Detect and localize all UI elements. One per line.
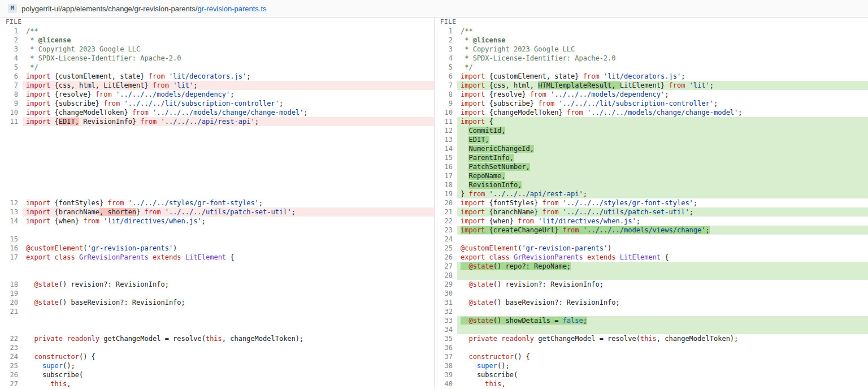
line-number[interactable]: 5 — [0, 63, 23, 72]
line-number[interactable]: 9 — [0, 99, 23, 108]
code-line[interactable]: @state() showDetails = false; — [457, 316, 868, 325]
code-line[interactable] — [457, 307, 868, 316]
code-line[interactable]: ParentInfo, — [457, 153, 868, 162]
code-line[interactable]: @state() baseRevision?: RevisionInfo; — [23, 298, 434, 307]
line-number[interactable]: 16 — [435, 162, 457, 171]
code-line[interactable]: * @license — [23, 36, 434, 45]
code-line[interactable]: subscribe( — [23, 370, 434, 379]
code-line[interactable]: import {subscribe} from '../../../lit/su… — [23, 99, 434, 108]
code-line[interactable]: RevisionInfo, — [457, 180, 868, 189]
code-line[interactable]: RepoName, — [457, 171, 868, 180]
line-number[interactable]: 27 — [435, 262, 457, 271]
code-line[interactable]: * Copyright 2023 Google LLC — [457, 45, 868, 54]
code-line[interactable]: import {branchName, shorten} from '../..… — [23, 208, 434, 217]
file-level-label[interactable]: FILE — [0, 18, 34, 27]
code-line[interactable]: /** — [23, 27, 434, 36]
code-line[interactable] — [34, 18, 434, 27]
line-number[interactable]: 1 — [435, 27, 457, 36]
line-number[interactable]: 32 — [435, 307, 457, 316]
code-line[interactable]: super(); — [23, 361, 434, 370]
line-number[interactable]: 4 — [435, 54, 457, 63]
line-number[interactable]: 23 — [435, 226, 457, 235]
file-level-label[interactable]: FILE — [435, 18, 468, 27]
code-line[interactable] — [457, 289, 868, 298]
code-line[interactable]: @customElement('gr-revision-parents') — [23, 244, 434, 253]
line-number[interactable]: 14 — [435, 144, 457, 153]
code-line[interactable] — [457, 343, 868, 352]
code-line[interactable]: import {branchName} from '../../../utils… — [457, 208, 868, 217]
line-number[interactable]: 40 — [435, 379, 457, 388]
line-number[interactable]: 11 — [0, 117, 23, 126]
line-number[interactable]: 33 — [435, 316, 457, 325]
code-line[interactable]: import {changeModelToken} from '../../..… — [457, 108, 868, 117]
line-number[interactable]: 6 — [435, 72, 457, 81]
line-number[interactable]: 39 — [435, 370, 457, 379]
line-number[interactable]: 31 — [435, 298, 457, 307]
code-line[interactable] — [23, 235, 434, 244]
code-line[interactable]: import {fontStyles} from '../../../style… — [23, 198, 434, 208]
line-number[interactable]: 3 — [0, 45, 23, 54]
code-line[interactable]: import {EDIT, RevisionInfo} from '../../… — [23, 117, 434, 126]
code-line[interactable]: CommitId, — [457, 126, 868, 135]
file-name-link[interactable]: gr-revision-parents.ts — [197, 5, 266, 13]
line-number[interactable]: 30 — [435, 289, 457, 298]
line-number[interactable]: 6 — [0, 72, 23, 81]
line-number[interactable]: 20 — [0, 298, 23, 307]
line-number[interactable]: 1 — [0, 27, 23, 36]
line-number[interactable]: 8 — [0, 90, 23, 99]
line-number[interactable]: 3 — [435, 45, 457, 54]
line-number[interactable]: 21 — [435, 208, 457, 217]
code-line[interactable] — [457, 271, 868, 280]
code-line[interactable]: constructor() { — [457, 352, 868, 361]
line-number[interactable]: 37 — [435, 352, 457, 361]
line-number[interactable]: 10 — [0, 108, 23, 117]
code-line[interactable]: import {customElement, state} from 'lit/… — [23, 72, 434, 81]
line-number[interactable]: 19 — [0, 289, 23, 298]
line-number[interactable]: 36 — [435, 343, 457, 352]
line-number[interactable]: 13 — [435, 135, 457, 144]
line-number[interactable]: 26 — [0, 370, 23, 379]
code-line[interactable]: private readonly getChangeModel = resolv… — [23, 334, 434, 343]
line-number[interactable]: 27 — [0, 379, 23, 388]
line-number[interactable]: 9 — [435, 99, 457, 108]
line-number[interactable]: 17 — [435, 171, 457, 180]
line-number[interactable]: 25 — [0, 361, 23, 370]
code-line[interactable]: @state() baseRevision?: RevisionInfo; — [457, 298, 868, 307]
code-line[interactable]: * SPDX-License-Identifier: Apache-2.0 — [457, 54, 868, 63]
code-line[interactable]: @customElement('gr-revision-parents') — [457, 244, 868, 253]
code-line[interactable]: import {fontStyles} from '../../../style… — [457, 198, 868, 208]
line-number[interactable]: 8 — [435, 90, 457, 99]
line-number[interactable]: 17 — [0, 253, 23, 262]
line-number[interactable]: 4 — [0, 54, 23, 63]
code-line[interactable]: import {css, html, LitElement} from 'lit… — [23, 81, 434, 90]
line-number[interactable]: 28 — [435, 271, 457, 280]
code-line[interactable]: */ — [457, 63, 868, 72]
code-line[interactable]: private readonly getChangeModel = resolv… — [457, 334, 868, 343]
line-number[interactable]: 11 — [435, 117, 457, 126]
code-line[interactable]: import {resolve} from '../../../models/d… — [23, 90, 434, 99]
code-line[interactable]: export class GrRevisionParents extends L… — [457, 253, 868, 262]
line-number[interactable]: 7 — [0, 81, 23, 90]
line-number[interactable]: 38 — [435, 361, 457, 370]
code-line[interactable]: * Copyright 2023 Google LLC — [23, 45, 434, 54]
line-number[interactable]: 29 — [435, 280, 457, 289]
line-number[interactable]: 7 — [435, 81, 457, 90]
code-line[interactable] — [457, 325, 868, 334]
line-number[interactable]: 2 — [0, 36, 23, 45]
code-line[interactable]: PatchSetNumber, — [457, 162, 868, 171]
code-line[interactable]: import {when} from 'lit/directives/when.… — [23, 217, 434, 226]
line-number[interactable]: 16 — [0, 244, 23, 253]
code-line[interactable]: * SPDX-License-Identifier: Apache-2.0 — [23, 54, 434, 63]
line-number[interactable]: 13 — [0, 208, 23, 217]
line-number[interactable]: 18 — [435, 180, 457, 189]
code-line[interactable]: import { — [457, 117, 868, 126]
line-number[interactable]: 2 — [435, 36, 457, 45]
line-number[interactable]: 34 — [435, 325, 457, 334]
line-number[interactable]: 10 — [435, 108, 457, 117]
line-number[interactable]: 35 — [435, 334, 457, 343]
line-number[interactable]: 5 — [435, 63, 457, 72]
code-line[interactable]: import {resolve} from '../../../models/d… — [457, 90, 868, 99]
line-number[interactable]: 20 — [435, 198, 457, 208]
code-line[interactable]: import {customElement, state} from 'lit/… — [457, 72, 868, 81]
line-number[interactable]: 19 — [435, 189, 457, 198]
